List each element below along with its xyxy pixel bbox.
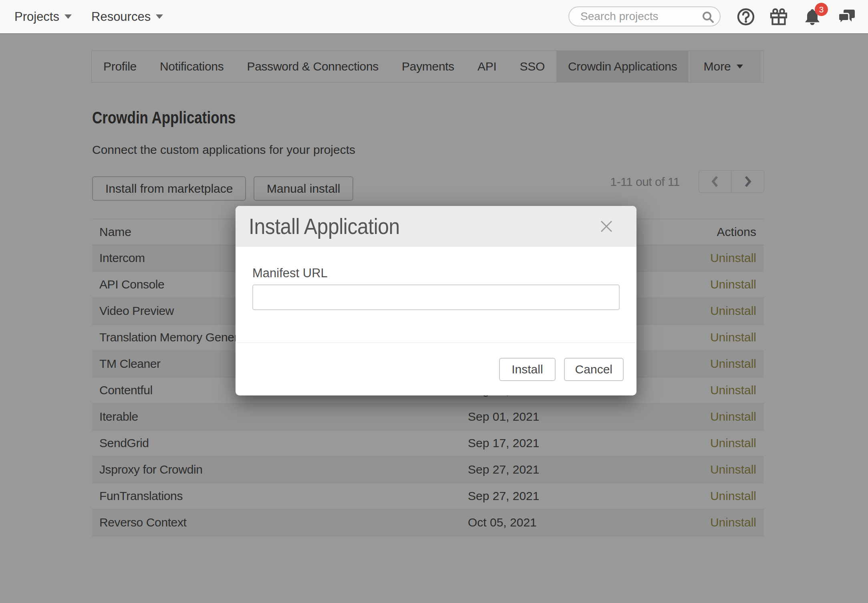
manifest-url-label: Manifest URL: [252, 266, 620, 280]
notification-badge: 3: [815, 3, 828, 16]
modal-title: Install Application: [249, 206, 400, 249]
search-icon[interactable]: [702, 11, 715, 25]
search-box: [568, 6, 721, 26]
install-application-modal: Install Application Manifest URL Install…: [236, 206, 636, 395]
help-icon[interactable]: [737, 8, 755, 26]
bell-icon[interactable]: 3: [803, 8, 822, 26]
modal-footer: Install Cancel: [236, 343, 636, 395]
resources-menu-label: Resources: [91, 10, 151, 24]
top-navbar: Projects Resources 3: [0, 0, 868, 33]
close-icon[interactable]: [599, 219, 614, 234]
resources-menu[interactable]: Resources: [91, 0, 163, 33]
projects-menu[interactable]: Projects: [14, 0, 72, 33]
manifest-url-input[interactable]: [252, 284, 620, 310]
search-input[interactable]: [580, 7, 705, 26]
cancel-button[interactable]: Cancel: [564, 358, 624, 381]
modal-body: Manifest URL: [236, 247, 636, 343]
projects-menu-label: Projects: [14, 10, 59, 24]
chevron-down-icon: [64, 14, 72, 19]
modal-header: Install Application: [236, 206, 636, 247]
chevron-down-icon: [156, 14, 163, 19]
chat-icon[interactable]: [838, 8, 856, 26]
gift-icon[interactable]: [769, 8, 788, 26]
install-button[interactable]: Install: [499, 358, 555, 381]
